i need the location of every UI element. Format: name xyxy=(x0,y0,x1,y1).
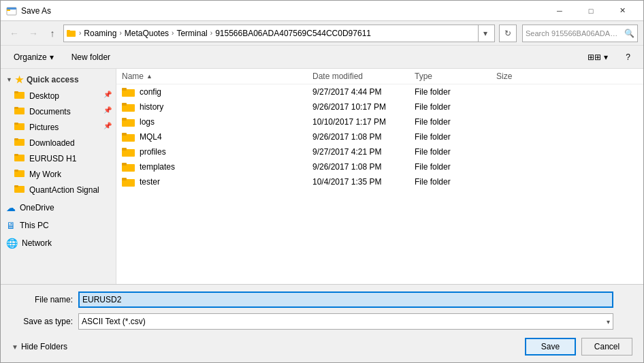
file-type: File folder xyxy=(415,147,496,157)
folder-icon xyxy=(122,131,135,142)
back-button[interactable]: ← xyxy=(6,25,22,42)
sidebar-desktop-label: Desktop xyxy=(29,91,59,101)
breadcrumb-sep-4: › xyxy=(210,29,212,37)
action-row: ▼ Hide Folders Save Cancel xyxy=(12,335,632,356)
table-row[interactable]: history 9/26/2017 10:17 PM File folder xyxy=(116,99,643,114)
file-list: config 9/27/2017 4:44 PM File folder his… xyxy=(116,84,643,189)
breadcrumb-sep-1: › xyxy=(79,29,81,37)
file-type: File folder xyxy=(415,177,496,187)
column-header-date[interactable]: Date modified xyxy=(312,72,415,81)
column-header-size[interactable]: Size xyxy=(496,72,551,81)
sidebar-item-network[interactable]: 🌐 Network xyxy=(1,236,116,251)
table-row[interactable]: tester 10/4/2017 1:35 PM File folder xyxy=(116,174,643,189)
close-button[interactable]: ✕ xyxy=(607,1,638,21)
sidebar-item-eurusd[interactable]: EURUSD H1 xyxy=(1,151,116,166)
sidebar-eurusd-label: EURUSD H1 xyxy=(29,154,76,163)
column-size-label: Size xyxy=(496,72,512,81)
organize-label: Organize xyxy=(14,52,47,62)
search-icon: 🔍 xyxy=(624,29,634,38)
title-bar: Save As ─ □ ✕ xyxy=(1,1,643,21)
savetype-dropdown-icon: ▾ xyxy=(607,318,610,326)
organize-button[interactable]: Organize ▾ xyxy=(6,48,61,66)
title-bar-icon xyxy=(6,5,17,16)
refresh-button[interactable]: ↻ xyxy=(499,25,517,42)
search-bar[interactable]: Search 915566BA06ADA4075... 🔍 xyxy=(522,25,638,42)
sidebar-mywork-label: My Work xyxy=(29,170,61,179)
save-button[interactable]: Save xyxy=(525,338,576,356)
folder-icon xyxy=(122,176,135,187)
file-name: config xyxy=(140,87,161,97)
address-dropdown-button[interactable]: ▾ xyxy=(478,25,492,42)
breadcrumb-metaquotes[interactable]: MetaQuotes xyxy=(125,29,169,38)
svg-rect-4 xyxy=(67,30,70,32)
view-button[interactable]: ⊞⊞ ▾ xyxy=(580,48,615,66)
sidebar-item-documents[interactable]: Documents 📌 xyxy=(1,104,116,119)
navigation-toolbar: ← → ↑ › Roaming › MetaQuotes › Terminal … xyxy=(1,21,643,46)
sidebar-item-downloaded[interactable]: Downloaded xyxy=(1,135,116,151)
column-header-type[interactable]: Type xyxy=(415,72,496,81)
file-name: logs xyxy=(140,117,155,127)
cancel-button[interactable]: Cancel xyxy=(581,338,632,356)
svg-rect-16 xyxy=(14,170,18,172)
breadcrumb-sep-3: › xyxy=(172,29,174,37)
savetype-select[interactable]: ASCII Text (*.csv) ▾ xyxy=(78,313,613,330)
hide-folders-chevron-icon: ▼ xyxy=(12,343,18,351)
svg-rect-22 xyxy=(122,103,127,106)
svg-rect-12 xyxy=(14,138,18,140)
sidebar-item-thispc[interactable]: 🖥 This PC xyxy=(1,218,116,233)
sidebar-item-mywork[interactable]: My Work xyxy=(1,166,116,182)
table-row[interactable]: profiles 9/27/2017 4:21 PM File folder xyxy=(116,144,643,159)
table-row[interactable]: templates 9/26/2017 1:08 PM File folder xyxy=(116,159,643,174)
minimize-button[interactable]: ─ xyxy=(544,1,575,21)
network-icon: 🌐 xyxy=(6,238,18,249)
content-header: Name ▲ Date modified Type Size xyxy=(116,69,643,84)
up-button[interactable]: ↑ xyxy=(44,25,61,42)
organize-chevron-icon: ▾ xyxy=(50,52,54,62)
table-row[interactable]: config 9/27/2017 4:44 PM File folder xyxy=(116,84,643,99)
sort-arrow-icon: ▲ xyxy=(146,73,152,80)
documents-folder-icon xyxy=(14,106,25,117)
sidebar-item-quantaction[interactable]: QuantAction Signal xyxy=(1,182,116,198)
help-button[interactable]: ? xyxy=(618,48,638,66)
title-bar-text: Save As xyxy=(21,6,544,16)
breadcrumb-sep-2: › xyxy=(119,29,121,37)
sidebar-item-pictures[interactable]: Pictures 📌 xyxy=(1,119,116,135)
title-bar-controls: ─ □ ✕ xyxy=(544,1,638,21)
file-date: 9/26/2017 1:08 PM xyxy=(312,162,415,172)
pictures-pin-icon: 📌 xyxy=(103,122,112,129)
hide-folders-toggle[interactable]: ▼ Hide Folders xyxy=(12,342,67,351)
desktop-pin-icon: 📌 xyxy=(103,91,112,98)
savetype-row: Save as type: ASCII Text (*.csv) ▾ xyxy=(12,313,632,330)
sidebar-onedrive-label: OneDrive xyxy=(20,203,54,212)
quick-access-header[interactable]: ▼ ★ Quick access xyxy=(1,72,116,88)
sidebar-item-onedrive[interactable]: ☁ OneDrive xyxy=(1,200,116,215)
breadcrumb-hash[interactable]: 915566BA06ADA407569C544CC0D97611 xyxy=(215,29,371,38)
search-input-placeholder: Search 915566BA06ADA4075... xyxy=(526,29,622,37)
maximize-button[interactable]: □ xyxy=(575,1,607,21)
forward-button[interactable]: → xyxy=(25,25,42,42)
sidebar-item-desktop[interactable]: Desktop 📌 xyxy=(1,88,116,104)
quick-access-chevron-icon: ▼ xyxy=(6,76,12,83)
cancel-label: Cancel xyxy=(594,342,619,351)
save-label: Save xyxy=(541,342,560,351)
main-area: ▼ ★ Quick access Desktop 📌 Documents xyxy=(1,69,643,284)
svg-rect-8 xyxy=(14,107,18,109)
file-name: MQL4 xyxy=(140,132,162,142)
column-header-name[interactable]: Name ▲ xyxy=(122,72,312,81)
svg-rect-14 xyxy=(14,154,18,156)
table-row[interactable]: MQL4 9/26/2017 1:08 PM File folder xyxy=(116,129,643,144)
address-bar[interactable]: › Roaming › MetaQuotes › Terminal › 9155… xyxy=(63,25,495,42)
quantaction-folder-icon xyxy=(14,184,25,195)
filename-input[interactable] xyxy=(78,291,613,308)
file-name: profiles xyxy=(140,147,166,157)
table-row[interactable]: logs 10/10/2017 1:17 PM File folder xyxy=(116,114,643,129)
breadcrumb-terminal[interactable]: Terminal xyxy=(176,29,207,38)
breadcrumb-roaming[interactable]: Roaming xyxy=(84,29,116,38)
column-type-label: Type xyxy=(415,72,432,81)
breadcrumb-folder-icon xyxy=(67,29,76,38)
new-folder-button[interactable]: New folder xyxy=(64,48,118,66)
quick-access-star-icon: ★ xyxy=(15,74,24,85)
folder-icon xyxy=(122,101,135,112)
pictures-folder-icon xyxy=(14,121,25,133)
file-name: history xyxy=(140,102,163,112)
